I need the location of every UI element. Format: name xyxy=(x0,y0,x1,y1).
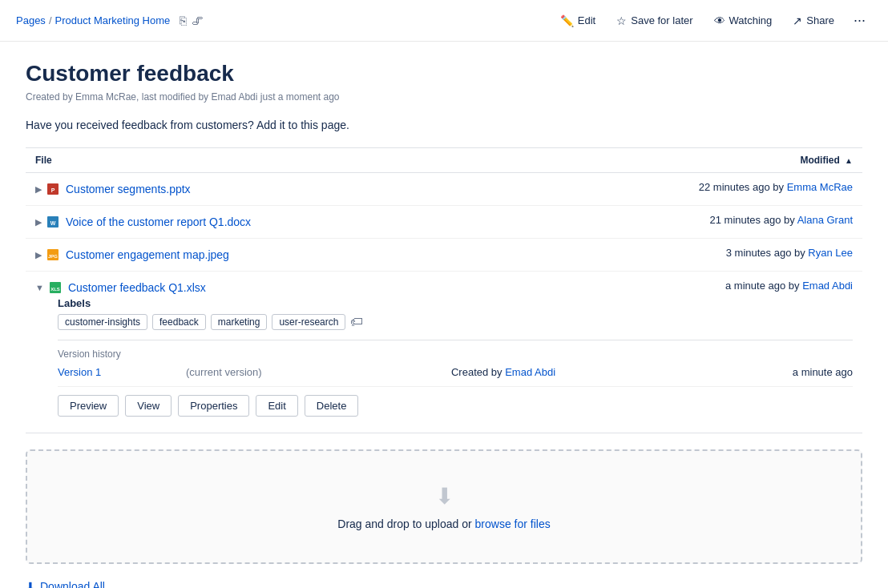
save-label: Save for later xyxy=(631,14,692,26)
table-row: ▶ P Customer segments.pptx xyxy=(26,173,862,206)
file-link[interactable]: XLS Customer feedback Q1.xlsx xyxy=(47,280,206,296)
modified-time: 3 minutes ago by xyxy=(726,247,809,259)
watching-label: Watching xyxy=(729,14,773,26)
modified-cell: 21 minutes ago by Alana Grant xyxy=(638,206,862,239)
more-actions-button[interactable]: ··· xyxy=(847,8,872,33)
row-expander[interactable]: ▼ xyxy=(35,283,44,292)
modified-time: 21 minutes ago by xyxy=(709,214,797,226)
view-button[interactable]: View xyxy=(125,395,172,417)
edit-icon: ✏️ xyxy=(560,14,574,27)
download-icon: ⬇ xyxy=(26,580,35,588)
download-all-label: Download All xyxy=(40,580,105,588)
modified-cell: 22 minutes ago by Emma McRae xyxy=(638,173,862,206)
version-creator-link[interactable]: Emad Abdi xyxy=(505,366,555,378)
share-icon: ↗ xyxy=(793,14,802,27)
modified-by-link[interactable]: Emma McRae xyxy=(787,181,853,193)
version-created: Created by Emad Abdi xyxy=(314,366,692,378)
label-tag[interactable]: user-research xyxy=(272,314,345,330)
breadcrumb: Pages / Product Marketing Home ⎘ 🖇 xyxy=(16,14,552,27)
add-label-icon[interactable]: 🏷 xyxy=(350,315,363,329)
version-link[interactable]: Version 1 xyxy=(58,366,186,378)
breadcrumb-separator: / xyxy=(49,14,52,26)
modified-by-link[interactable]: Alana Grant xyxy=(797,214,853,226)
share-button[interactable]: ↗ Share xyxy=(785,10,842,31)
page-meta: Created by Emma McRae, last modified by … xyxy=(26,91,862,103)
svg-text:JPG: JPG xyxy=(48,254,58,259)
download-all-link[interactable]: ⬇ Download All xyxy=(26,577,862,588)
modified-by-link[interactable]: Emad Abdi xyxy=(802,280,853,292)
version-actions: Preview View Properties Edit Delete xyxy=(58,395,853,417)
browse-for-files-link[interactable]: browse for files xyxy=(475,518,551,530)
sort-arrow: ▲ xyxy=(845,156,853,165)
upload-arrow-icon: ⬇ xyxy=(43,483,845,509)
breadcrumb-current-page[interactable]: Product Marketing Home xyxy=(55,14,171,26)
row-expander[interactable]: ▶ xyxy=(35,217,42,228)
modified-time: 22 minutes ago by xyxy=(699,181,787,193)
save-for-later-button[interactable]: ☆ Save for later xyxy=(608,10,700,31)
labels-title: Labels xyxy=(58,297,853,309)
expanded-details-row: Labels customer-insights feedback market… xyxy=(26,297,862,433)
col-modified-header[interactable]: Modified ▲ xyxy=(638,148,862,173)
svg-text:W: W xyxy=(50,220,56,226)
edit-button[interactable]: ✏️ Edit xyxy=(552,10,603,31)
svg-text:XLS: XLS xyxy=(50,287,60,292)
label-tag[interactable]: marketing xyxy=(211,314,268,330)
upload-text: Drag and drop to upload or browse for fi… xyxy=(43,518,845,530)
jpeg-icon: JPG xyxy=(45,247,61,263)
file-name: Voice of the customer report Q1.docx xyxy=(66,215,251,228)
file-name: Customer feedback Q1.xlsx xyxy=(68,281,206,294)
row-expander[interactable]: ▶ xyxy=(35,250,42,260)
modified-by-link[interactable]: Ryan Lee xyxy=(808,247,853,259)
svg-text:P: P xyxy=(51,187,55,193)
edit-label: Edit xyxy=(578,14,595,26)
file-cell: ▶ JPG Customer engagement map.jpeg xyxy=(35,247,628,263)
label-tag[interactable]: customer-insights xyxy=(58,314,147,330)
version-time: a minute ago xyxy=(692,366,853,378)
nav-actions: ✏️ Edit ☆ Save for later 👁 Watching ↗ Sh… xyxy=(552,8,872,33)
table-row: ▼ XLS Customer feedback Q1.xlsx xyxy=(26,272,862,298)
file-link[interactable]: W Voice of the customer report Q1.docx xyxy=(45,214,251,230)
upload-area[interactable]: ⬇ Drag and drop to upload or browse for … xyxy=(26,449,862,564)
version-section: Version history Version 1 (current versi… xyxy=(58,340,853,417)
modified-cell: a minute ago by Emad Abdi xyxy=(638,272,862,298)
page-description: Have you received feedback from customer… xyxy=(26,119,862,131)
watching-button[interactable]: 👁 Watching xyxy=(706,10,781,31)
page-title: Customer feedback xyxy=(26,61,862,87)
eye-icon: 👁 xyxy=(714,14,725,27)
breadcrumb-icons: ⎘ 🖇 xyxy=(180,14,204,27)
file-link[interactable]: JPG Customer engagement map.jpeg xyxy=(45,247,229,263)
star-icon: ☆ xyxy=(616,14,627,27)
preview-button[interactable]: Preview xyxy=(58,395,119,417)
file-link[interactable]: P Customer segments.pptx xyxy=(45,181,191,197)
docx-icon: W xyxy=(45,214,61,230)
file-name: Customer engagement map.jpeg xyxy=(66,248,229,261)
label-tag[interactable]: feedback xyxy=(152,314,206,330)
delete-button[interactable]: Delete xyxy=(305,395,359,417)
file-cell: ▶ P Customer segments.pptx xyxy=(35,181,628,197)
table-row: ▶ W Voice of the customer report Q1.docx xyxy=(26,206,862,239)
version-history-title: Version history xyxy=(58,348,853,360)
col-file-header: File xyxy=(26,148,638,173)
pptx-icon: P xyxy=(45,181,61,197)
created-prefix: Created by xyxy=(451,366,505,378)
table-row: ▶ JPG Customer engagement map.jpeg xyxy=(26,239,862,272)
xlsx-icon: XLS xyxy=(47,280,63,296)
breadcrumb-pages[interactable]: Pages xyxy=(16,14,46,26)
version-current-label: (current version) xyxy=(186,366,314,378)
top-nav: Pages / Product Marketing Home ⎘ 🖇 ✏️ Ed… xyxy=(0,0,888,42)
share-label: Share xyxy=(806,14,834,26)
modified-time: a minute ago by xyxy=(725,280,802,292)
file-table: File Modified ▲ ▶ xyxy=(26,147,862,433)
version-row: Version 1 (current version) Created by E… xyxy=(58,366,853,387)
labels-list: customer-insights feedback marketing use… xyxy=(58,314,853,330)
copy-page-icon[interactable]: ⎘ xyxy=(180,14,187,27)
file-cell: ▼ XLS Customer feedback Q1.xlsx xyxy=(35,280,628,296)
attach-icon[interactable]: 🖇 xyxy=(192,14,204,27)
edit-version-button[interactable]: Edit xyxy=(256,395,297,417)
file-cell: ▶ W Voice of the customer report Q1.docx xyxy=(35,214,628,230)
labels-section: Labels customer-insights feedback market… xyxy=(58,297,853,330)
file-name: Customer segments.pptx xyxy=(66,183,191,195)
properties-button[interactable]: Properties xyxy=(178,395,249,417)
modified-cell: 3 minutes ago by Ryan Lee xyxy=(638,239,862,272)
row-expander[interactable]: ▶ xyxy=(35,184,42,195)
